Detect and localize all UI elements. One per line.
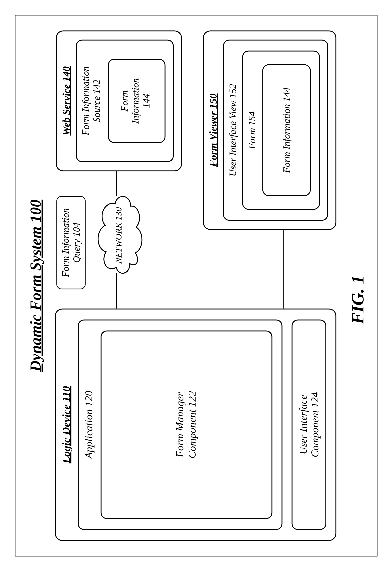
- form-154-label: Form 154: [246, 51, 257, 209]
- form-info-source-box: Form Information Source 142 Form Informa…: [76, 40, 174, 162]
- query-tag: Form Information Query 104: [56, 196, 85, 289]
- query-label: Form Information Query 104: [60, 197, 82, 288]
- form-info-source-label: Form Information Source 142: [80, 40, 102, 161]
- ui-component-box: User Interface Component 124: [292, 319, 326, 530]
- form-manager-box: Form Manager Component 122: [100, 331, 272, 519]
- logic-device-title: Logic Device 110: [60, 309, 72, 540]
- network-cloud: NETWORK 130: [91, 190, 146, 280]
- form-info-144-box: Form Information 144: [108, 59, 165, 143]
- form-info-144b-box: Form Information 144: [262, 64, 311, 196]
- ui-component-label: User Interface Component 124: [297, 320, 321, 529]
- form-manager-label: Form Manager Component 122: [174, 331, 198, 518]
- ui-view-label: User Interface View 152: [227, 40, 238, 220]
- logic-device-box: Logic Device 110 Application 120 Form Ma…: [55, 308, 336, 541]
- application-title: Application 120: [83, 320, 95, 529]
- form-info-144b-label: Form Information 144: [281, 65, 292, 195]
- ui-view-box: User Interface View 152 Form 154 Form In…: [223, 40, 328, 221]
- form-info-144-label: Form Information 144: [119, 60, 152, 142]
- form-viewer-box: Form Viewer 150 User Interface View 152 …: [203, 30, 336, 230]
- web-service-box: Web Service 140 Form Information Source …: [56, 30, 182, 171]
- form-viewer-title: Form Viewer 150: [207, 31, 219, 229]
- figure-label: FIG. 1: [347, 275, 367, 324]
- form-154-box: Form 154 Form Information 144: [242, 50, 320, 210]
- system-title: Dynamic Form System 100: [27, 0, 44, 571]
- connector-network-webservice: [116, 171, 117, 196]
- web-service-title: Web Service 140: [60, 31, 72, 170]
- connector-logic-formviewer: [283, 230, 284, 308]
- network-label: NETWORK 130: [113, 190, 123, 280]
- application-box: Application 120 Form Manager Component 1…: [78, 319, 282, 530]
